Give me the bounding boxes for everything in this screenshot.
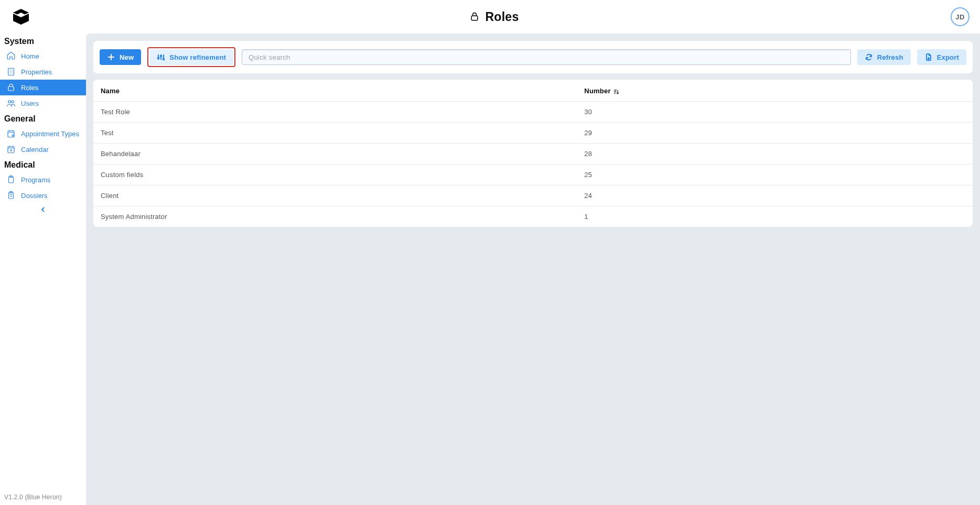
user-avatar[interactable]: JD [951, 7, 970, 26]
lock-icon [469, 12, 480, 22]
sidebar-item-dossiers[interactable]: Dossiers [0, 188, 86, 203]
refresh-button[interactable]: Refresh [857, 49, 911, 65]
sidebar-item-roles[interactable]: Roles [0, 80, 86, 95]
sidebar-item-label: Properties [21, 68, 52, 76]
export-icon [924, 53, 933, 61]
cell-name: System Administrator [93, 206, 577, 227]
sidebar-item-label: Appointment Types [21, 130, 79, 138]
sidebar-item-label: Roles [21, 84, 38, 92]
sidebar-item-label: Users [21, 100, 39, 107]
roles-table-card: NameNumber Test Role30Test29Behandelaar2… [93, 80, 973, 227]
cell-number: 25 [577, 164, 973, 185]
cell-name: Behandelaar [93, 144, 577, 164]
table-row[interactable]: Client24 [93, 185, 973, 206]
logo-icon [12, 7, 30, 26]
sidebar-item-properties[interactable]: Properties [0, 64, 86, 80]
cell-number: 1 [577, 206, 973, 227]
cell-name: Test [93, 123, 577, 144]
svg-point-8 [12, 101, 14, 103]
cell-name: Client [93, 185, 577, 206]
sidebar-group-title: General [0, 111, 86, 126]
page-title: Roles [485, 10, 519, 24]
export-button[interactable]: Export [917, 49, 966, 65]
app-logo[interactable] [4, 7, 38, 26]
new-button-label: New [120, 53, 134, 61]
column-header-number[interactable]: Number [577, 80, 973, 102]
calendar-plus-icon [6, 145, 16, 154]
clipboard-icon [6, 175, 16, 184]
table-row[interactable]: Behandelaar28 [93, 144, 973, 164]
cell-number: 30 [577, 102, 973, 123]
cell-number: 28 [577, 144, 973, 164]
sidebar-item-label: Programs [21, 176, 50, 184]
svg-point-18 [163, 59, 165, 60]
table-row[interactable]: Test29 [93, 123, 973, 144]
sidebar: SystemHomePropertiesRolesUsersGeneralApp… [0, 34, 86, 505]
cell-number: 24 [577, 185, 973, 206]
sidebar-collapse-button[interactable] [0, 203, 86, 216]
sort-desc-icon [613, 89, 619, 95]
table-row[interactable]: System Administrator1 [93, 206, 973, 227]
sliders-icon [157, 53, 165, 61]
chevron-left-icon [40, 206, 46, 213]
svg-rect-4 [472, 16, 478, 20]
cell-name: Custom fields [93, 164, 577, 185]
quick-search-input[interactable] [242, 49, 851, 65]
sidebar-item-appointment-types[interactable]: Appointment Types [0, 126, 86, 141]
table-row[interactable]: Test Role30 [93, 102, 973, 123]
version-label: V1.2.0 (Blue Heron) [0, 489, 86, 505]
highlighted-control: Show refinement [147, 47, 235, 67]
toolbar: New Show refinement Refresh Export [93, 41, 973, 73]
home-icon [6, 51, 16, 61]
users-icon [6, 98, 16, 108]
sidebar-group-title: Medical [0, 157, 86, 172]
refresh-label: Refresh [877, 53, 903, 61]
svg-rect-5 [8, 68, 14, 75]
content-area: New Show refinement Refresh Export [86, 34, 980, 505]
building-icon [6, 67, 16, 76]
show-refinement-button[interactable]: Show refinement [149, 49, 233, 65]
sidebar-item-home[interactable]: Home [0, 48, 86, 64]
svg-point-7 [8, 101, 11, 103]
sidebar-item-calendar[interactable]: Calendar [0, 141, 86, 157]
svg-point-16 [158, 58, 159, 59]
avatar-initials: JD [955, 13, 965, 21]
export-label: Export [937, 53, 959, 61]
page-title-wrap: Roles [469, 10, 519, 24]
sidebar-item-users[interactable]: Users [0, 95, 86, 111]
lock-icon [6, 83, 16, 92]
table-row[interactable]: Custom fields25 [93, 164, 973, 185]
svg-rect-6 [8, 87, 14, 91]
column-header-name[interactable]: Name [93, 80, 577, 102]
sidebar-item-programs[interactable]: Programs [0, 172, 86, 188]
sidebar-item-label: Calendar [21, 146, 49, 153]
calendar-cog-icon [6, 129, 16, 138]
sidebar-item-label: Dossiers [21, 192, 48, 200]
plus-icon [107, 53, 115, 61]
clipboard-list-icon [6, 191, 16, 200]
svg-point-17 [160, 56, 162, 57]
topbar: Roles JD [0, 0, 980, 34]
sidebar-item-label: Home [21, 52, 39, 60]
new-button[interactable]: New [100, 49, 141, 65]
roles-table: NameNumber Test Role30Test29Behandelaar2… [93, 80, 973, 227]
svg-point-10 [12, 135, 14, 136]
show-refinement-label: Show refinement [169, 53, 226, 61]
refresh-icon [865, 53, 873, 61]
sidebar-group-title: System [0, 34, 86, 48]
cell-number: 29 [577, 123, 973, 144]
cell-name: Test Role [93, 102, 577, 123]
